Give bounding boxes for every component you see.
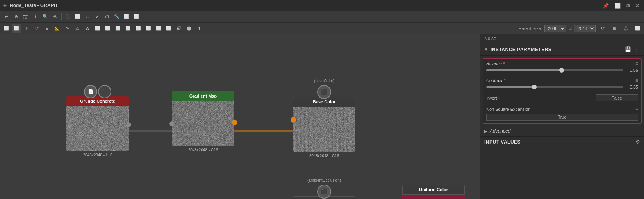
tb2-btn12[interactable]: ⬜ (113, 24, 123, 33)
screenshot-btn[interactable]: 📷 (21, 12, 30, 21)
path-btn[interactable]: ↙ (93, 12, 102, 21)
param-nonsquare: Non Square Expansion ≡ True (483, 104, 641, 123)
node-base-color-icon: ⬛ (317, 85, 331, 99)
instance-params-chevron[interactable]: ▼ (484, 47, 488, 52)
toolbar-group-2: ⬛ ⬜ ↔ ↙ ⏱ 🔧 ⬜ ⬜ (63, 12, 141, 21)
tb2-btn10[interactable]: ⬜ (93, 24, 102, 33)
tb2-btn9[interactable]: A (83, 24, 92, 33)
nonsquare-label-row: Non Square Expansion ≡ (486, 107, 638, 112)
undo-btn[interactable]: ↩ (2, 12, 11, 21)
frame2-btn[interactable]: ⬜ (132, 12, 141, 21)
gear-icon[interactable]: ⚙ (635, 139, 640, 145)
maximize-icon[interactable]: ⧉ (624, 2, 631, 9)
anchor-btn[interactable]: ⚓ (621, 24, 631, 33)
tb2-btn16[interactable]: ⬜ (154, 24, 163, 33)
node-gradient-input[interactable] (169, 121, 174, 126)
svg-rect-3 (172, 101, 234, 146)
contrast-slider-track[interactable] (486, 86, 623, 88)
node-grunge-concrete[interactable]: 📄 ⬛ Grunge Concrete (66, 85, 129, 157)
svg-rect-4 (293, 107, 355, 152)
frame-btn[interactable]: ⬜ (122, 12, 131, 21)
node-uniform-body: Uniform Color (402, 185, 465, 199)
nonsquare-menu-icon[interactable]: ≡ (635, 107, 638, 112)
tb2-btn1[interactable]: ⬜ (2, 24, 11, 33)
right-panel: Noise ▼ INSTANCE PARAMETERS 💾 ⋮ Balance … (480, 34, 644, 199)
tb2-btn15[interactable]: ⬜ (144, 24, 153, 33)
contrast-slider-row: 0.35 (486, 85, 638, 89)
pin-icon[interactable]: 📌 (601, 2, 610, 9)
contrast-slider-thumb[interactable] (532, 85, 537, 89)
section-icons: 💾 ⋮ (624, 46, 640, 53)
restore-icon[interactable]: ⬜ (613, 2, 622, 9)
node-ambient-occlusion[interactable]: (ambientOcclusion) ⬛ Ambient Occlusion (293, 185, 355, 199)
tb2-btn13[interactable]: ⬜ (123, 24, 133, 33)
node-base-color[interactable]: (baseColor) ⬛ Base Color 2048x2048 - (293, 85, 355, 158)
view-btn[interactable]: 👁 (50, 12, 60, 21)
black-btn[interactable]: ⬛ (63, 12, 73, 21)
parent-size-select[interactable]: 2048 1024 512 (544, 25, 566, 32)
node-base-input[interactable] (291, 117, 296, 123)
contrast-slider-fill (486, 86, 534, 88)
contrast-menu-icon[interactable]: ≡ (635, 78, 638, 83)
main-content: 📄 ⬛ Grunge Concrete (0, 34, 644, 199)
tb2-btn7[interactable]: ∿ (62, 24, 72, 33)
node-grunge-body: Grunge Concrete (66, 96, 129, 151)
node-ao-icon: ⬛ (317, 185, 331, 199)
panel-save-icon[interactable]: 💾 (624, 46, 632, 53)
advanced-label: Advanced (490, 128, 510, 134)
zoom-btn[interactable]: 🔍 (41, 12, 50, 21)
white-btn[interactable]: ⬜ (73, 12, 82, 21)
node-gradient-header: Gradient Map (172, 91, 234, 101)
panel-menu-icon[interactable]: ⋮ (633, 46, 640, 53)
tb2-btn3[interactable]: ✚ (22, 24, 31, 33)
contrast-asterisk: * (504, 78, 505, 83)
node-gradient-map[interactable]: Gradient Map 2048x2048 - C16 (172, 91, 234, 152)
input-values-label: INPUT VALUES (484, 139, 521, 145)
advanced-section[interactable]: ▶ Advanced (480, 126, 644, 137)
close-icon[interactable]: ✕ (633, 2, 641, 9)
resize-btn[interactable]: ⬜ (633, 24, 642, 33)
graph-area[interactable]: 📄 ⬛ Grunge Concrete (0, 34, 480, 199)
tb2-btn18[interactable]: 🔊 (174, 24, 184, 33)
add-btn[interactable]: ⊕ (11, 12, 21, 21)
node-uniform-color[interactable]: Uniform Color (402, 185, 465, 199)
size-sep: ⊞ (568, 26, 572, 31)
clock-btn[interactable]: ⏱ (102, 12, 112, 21)
svg-rect-2 (66, 106, 129, 151)
tb2-btn20[interactable]: ⬆ (194, 24, 204, 33)
tb2-btn2[interactable]: ⬜ (12, 24, 21, 33)
link-btn[interactable]: ↔ (83, 12, 92, 21)
balance-slider-track[interactable] (486, 69, 623, 71)
window-title: Node_Tests - GRAPH (10, 3, 57, 8)
tb2-btn4[interactable]: ⟳ (32, 24, 41, 33)
base-color-label-above: (baseColor) (314, 79, 334, 83)
tb2-btn11[interactable]: ⬜ (103, 24, 112, 33)
node-gradient-output[interactable] (232, 120, 237, 125)
param-contrast-label: Contrast * (486, 78, 505, 83)
info-btn[interactable]: ℹ (31, 12, 40, 21)
panel-noise-label: Noise (480, 34, 644, 43)
tb2-btn17[interactable]: ⬜ (164, 24, 173, 33)
grunge-texture-svg (66, 106, 129, 151)
tb2-btn14[interactable]: ⬜ (134, 24, 143, 33)
link2-btn[interactable]: ⊞ (610, 24, 619, 33)
tb2-btn8[interactable]: ⚠ (73, 24, 82, 33)
wrench-btn[interactable]: 🔧 (112, 12, 121, 21)
balance-slider-thumb[interactable] (559, 68, 564, 73)
ao-label-above: (ambientOcclusion) (307, 178, 341, 183)
size-select[interactable]: 2048 1024 512 (574, 25, 596, 32)
title-bar: ◈ Node_Tests - GRAPH 📌 ⬜ ⧉ ✕ (0, 0, 644, 11)
tb2-btn19[interactable]: ⬤ (184, 24, 194, 33)
input-values-section[interactable]: INPUT VALUES ⚙ (480, 137, 644, 147)
refresh-btn[interactable]: ⟳ (598, 24, 607, 33)
node-gradient-label: 2048x2048 - C16 (188, 148, 218, 152)
tb2-btn5[interactable]: ≡ (42, 24, 52, 33)
toolbar-group-1: ↩ ⊕ 📷 ℹ 🔍 👁 (2, 12, 60, 21)
title-bar-controls: 📌 ⬜ ⧉ ✕ (601, 2, 641, 9)
node-grunge-output[interactable] (127, 123, 131, 127)
param-invert: Invert ≡ False (483, 92, 641, 104)
invert-menu-icon[interactable]: ≡ (497, 95, 500, 101)
tb2-btn6[interactable]: 📐 (52, 24, 62, 33)
node-icon-doc: 📄 (84, 85, 97, 98)
balance-menu-icon[interactable]: ≡ (635, 61, 638, 66)
